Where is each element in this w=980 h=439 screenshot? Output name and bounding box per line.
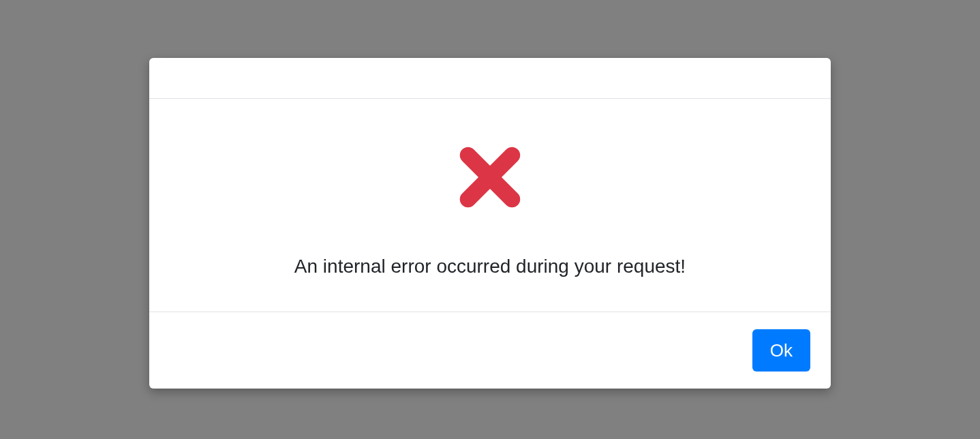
ok-button[interactable]: Ok	[752, 329, 810, 372]
error-message: An internal error occurred during your r…	[170, 256, 810, 277]
dialog-footer: Ok	[149, 312, 831, 389]
error-dialog: An internal error occurred during your r…	[149, 58, 831, 389]
dialog-body: An internal error occurred during your r…	[149, 99, 831, 312]
error-x-icon	[449, 136, 531, 218]
dialog-header	[149, 58, 831, 99]
error-icon-container	[170, 136, 810, 218]
